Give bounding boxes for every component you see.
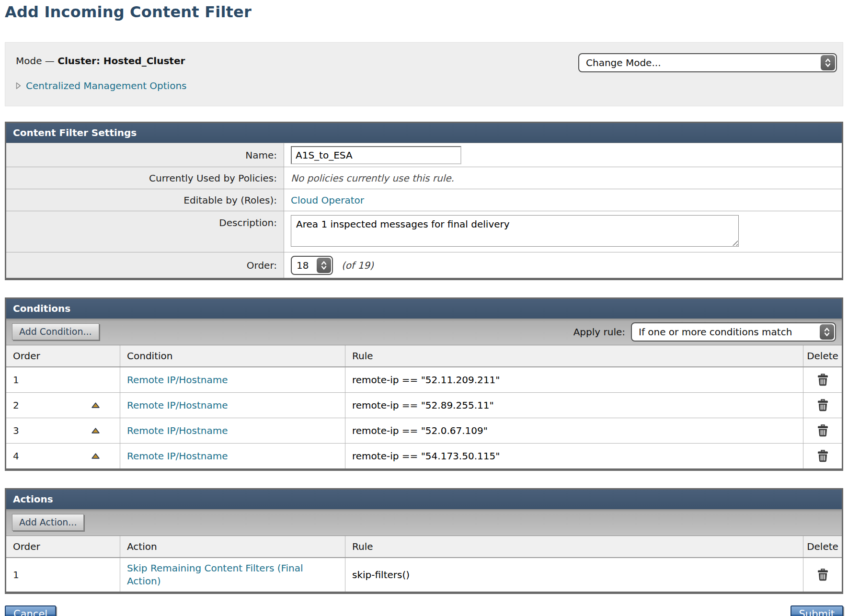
settings-row-editable: Editable by (Roles): Cloud Operator [6, 189, 842, 211]
cancel-button[interactable]: Cancel [5, 605, 56, 616]
name-label: Name: [6, 143, 284, 167]
description-textarea[interactable]: Area 1 inspected messages for final deli… [291, 215, 739, 247]
condition-row: 4 Remote IP/Hostnameremote-ip == "54.173… [6, 443, 842, 468]
submit-button[interactable]: Submit [791, 605, 844, 616]
column-header-rule: Rule [345, 345, 803, 366]
condition-link[interactable]: Remote IP/Hostname [127, 425, 228, 436]
centralized-management-options-link[interactable]: Centralized Management Options [26, 80, 187, 91]
add-condition-button[interactable]: Add Condition... [12, 323, 99, 340]
action-rule-text: skip-filters() [352, 569, 410, 581]
actions-table-header: Order Action Rule Delete [6, 536, 842, 558]
conditions-panel-title: Conditions [6, 299, 842, 319]
condition-delete-cell [803, 393, 842, 418]
description-label: Description: [6, 211, 284, 252]
page-title: Add Incoming Content Filter [5, 3, 843, 21]
trash-icon [817, 399, 828, 411]
condition-row: 2 Remote IP/Hostnameremote-ip == "52.89.… [6, 392, 842, 418]
action-order-number: 1 [13, 569, 19, 581]
column-header-order: Order [6, 345, 120, 366]
move-up-button[interactable] [92, 428, 100, 433]
action-link[interactable]: Skip Remaining Content Filters (Final Ac… [127, 562, 333, 588]
column-header-order: Order [6, 536, 120, 557]
footer-bar: Cancel Submit [5, 605, 843, 616]
delete-button[interactable] [817, 450, 828, 462]
condition-cell: Remote IP/Hostname [120, 393, 345, 418]
condition-rule-text: remote-ip == "52.89.255.11" [352, 399, 494, 411]
column-header-rule: Rule [345, 536, 803, 557]
condition-row: 3 Remote IP/Hostnameremote-ip == "52.0.6… [6, 418, 842, 443]
order-selected-value: 18 [292, 260, 316, 271]
trash-icon [817, 424, 828, 437]
mode-value: Cluster: Hosted_Cluster [57, 55, 185, 67]
centralized-management-expander[interactable]: Centralized Management Options [16, 80, 843, 91]
up-down-chevrons-icon [820, 324, 834, 340]
action-cell: Skip Remaining Content Filters (Final Ac… [120, 558, 345, 592]
name-input[interactable] [291, 146, 461, 164]
move-up-button[interactable] [92, 453, 100, 459]
actions-panel-title: Actions [6, 490, 842, 509]
condition-delete-cell [803, 367, 842, 392]
conditions-toolbar: Add Condition... Apply rule: If one or m… [6, 319, 842, 345]
condition-link[interactable]: Remote IP/Hostname [127, 399, 228, 411]
column-header-delete: Delete [803, 345, 842, 366]
condition-link[interactable]: Remote IP/Hostname [127, 450, 228, 462]
move-up-button[interactable] [92, 402, 100, 408]
order-total-note: (of 19) [342, 260, 374, 271]
order-select[interactable]: 18 [291, 256, 333, 275]
apply-rule-selected-value: If one or more conditions match [632, 326, 819, 338]
column-header-condition: Condition [120, 345, 345, 366]
settings-row-order: Order: 18 (of 19) [6, 252, 842, 278]
move-up-icon [92, 402, 100, 408]
conditions-panel: Conditions Add Condition... Apply rule: … [5, 297, 843, 471]
condition-order-number: 3 [13, 425, 19, 436]
delete-button[interactable] [817, 399, 828, 411]
condition-cell: Remote IP/Hostname [120, 418, 345, 443]
condition-delete-cell [803, 444, 842, 468]
policies-value: No policies currently use this rule. [291, 172, 454, 184]
actions-toolbar: Add Action... [6, 509, 842, 536]
condition-cell: Remote IP/Hostname [120, 444, 345, 468]
condition-order-number: 2 [13, 399, 19, 411]
delete-button[interactable] [817, 569, 828, 581]
condition-row: 1Remote IP/Hostnameremote-ip == "52.11.2… [6, 367, 842, 392]
settings-row-name: Name: [6, 143, 842, 167]
up-down-chevrons-icon [317, 258, 331, 273]
condition-order-cell: 4 [6, 444, 120, 468]
action-delete-cell [803, 558, 842, 592]
condition-rule-text: remote-ip == "52.11.209.211" [352, 374, 500, 386]
mode-panel: Mode — Cluster: Hosted_Cluster Change Mo… [5, 42, 843, 106]
settings-row-policies: Currently Used by Policies: No policies … [6, 167, 842, 189]
editable-by-roles-label: Editable by (Roles): [6, 189, 284, 211]
change-mode-selected-value: Change Mode... [579, 57, 820, 68]
condition-rule-cell: remote-ip == "52.11.209.211" [345, 367, 803, 392]
change-mode-select[interactable]: Change Mode... [578, 53, 837, 72]
trash-icon [817, 569, 828, 581]
condition-rule-cell: remote-ip == "52.0.67.109" [345, 418, 803, 443]
order-label: Order: [6, 252, 284, 278]
condition-order-number: 1 [13, 374, 19, 386]
condition-order-number: 4 [13, 450, 19, 462]
condition-order-cell: 2 [6, 393, 120, 418]
trash-icon [817, 374, 828, 386]
condition-rule-cell: remote-ip == "54.173.50.115" [345, 444, 803, 468]
condition-rule-text: remote-ip == "52.0.67.109" [352, 425, 488, 436]
mode-label: Mode — [16, 55, 55, 67]
action-row: 1Skip Remaining Content Filters (Final A… [6, 558, 842, 592]
content-filter-settings-panel: Content Filter Settings Name: Currently … [5, 122, 843, 280]
column-header-action: Action [120, 536, 345, 557]
apply-rule-select[interactable]: If one or more conditions match [631, 322, 836, 342]
actions-table-body: 1Skip Remaining Content Filters (Final A… [6, 558, 842, 592]
delete-button[interactable] [817, 374, 828, 386]
apply-rule-label: Apply rule: [573, 326, 625, 338]
policies-label: Currently Used by Policies: [6, 167, 284, 189]
condition-rule-text: remote-ip == "54.173.50.115" [352, 450, 500, 462]
add-action-button[interactable]: Add Action... [12, 514, 84, 531]
delete-button[interactable] [817, 424, 828, 437]
action-rule-cell: skip-filters() [345, 558, 803, 592]
condition-cell: Remote IP/Hostname [120, 367, 345, 392]
action-order-cell: 1 [6, 558, 120, 592]
cloud-operator-link[interactable]: Cloud Operator [291, 194, 364, 206]
conditions-table-header: Order Condition Rule Delete [6, 345, 842, 367]
condition-rule-cell: remote-ip == "52.89.255.11" [345, 393, 803, 418]
condition-link[interactable]: Remote IP/Hostname [127, 374, 228, 386]
